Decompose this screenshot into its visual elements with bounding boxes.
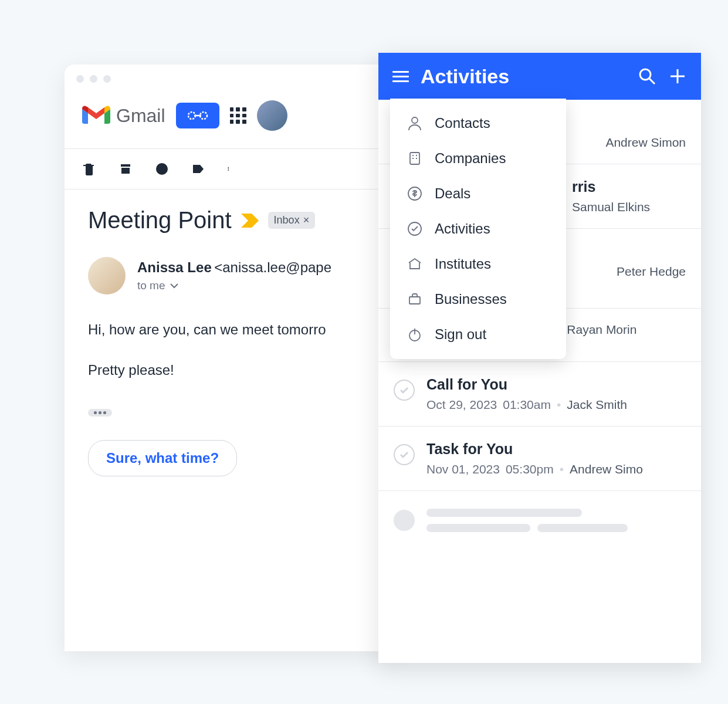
svg-point-6 (640, 69, 651, 80)
more-icon[interactable] (228, 162, 232, 176)
signout-icon (407, 326, 423, 343)
menu-item-businesses[interactable]: Businesses (390, 282, 566, 317)
menu-label: Deals (435, 185, 470, 202)
email-body: Hi, how are you, can we meet tomorro Pre… (88, 318, 375, 383)
gmail-window: Gmail Meeting Poin (65, 65, 399, 651)
gmail-logo[interactable]: Gmail (82, 105, 165, 127)
activities-panel: Activities Contacts Companies Deals Acti… (378, 53, 701, 663)
link-icon (186, 110, 209, 121)
search-icon[interactable] (638, 67, 656, 86)
activity-title: Call for You (426, 376, 686, 393)
window-close-dot[interactable] (76, 75, 84, 83)
chevron-down-icon[interactable] (170, 283, 178, 289)
email-toolbar (65, 149, 399, 189)
svg-point-3 (228, 167, 229, 168)
menu-label: Institutes (435, 256, 491, 272)
sender-email: <anissa.lee@pape (214, 259, 331, 275)
menu-item-activities[interactable]: Activities (390, 211, 566, 246)
email-content: Meeting Point Inbox × Anissa Lee <anissa… (65, 189, 399, 494)
activity-title: Task for You (426, 441, 686, 458)
svg-point-5 (228, 170, 229, 171)
inbox-chip[interactable]: Inbox × (268, 212, 316, 229)
delete-icon[interactable] (82, 162, 96, 176)
menu-item-deals[interactable]: Deals (390, 176, 566, 211)
window-maximize-dot[interactable] (103, 75, 111, 83)
important-marker-icon[interactable] (241, 214, 259, 228)
activity-person: Jack Smith (567, 398, 627, 412)
svg-rect-11 (410, 153, 419, 164)
activity-date: Nov 01, 2023 (426, 462, 500, 476)
chip-close-icon[interactable]: × (303, 214, 310, 226)
svg-line-7 (649, 79, 655, 84)
svg-rect-18 (409, 297, 420, 304)
activity-time: 05:30pm (506, 462, 554, 476)
integration-badge[interactable] (176, 103, 219, 128)
gmail-brand-text: Gmail (116, 105, 165, 127)
skeleton-line (537, 524, 628, 532)
body-line-2: Pretty please! (88, 358, 375, 383)
menu-label: Contacts (435, 115, 490, 131)
smart-reply-button[interactable]: Sure, what time? (88, 440, 237, 476)
gmail-icon (82, 105, 110, 126)
gmail-header: Gmail (65, 89, 399, 148)
nav-dropdown-menu: Contacts Companies Deals Activities Inst… (390, 99, 566, 359)
menu-item-companies[interactable]: Companies (390, 141, 566, 176)
hamburger-menu-icon[interactable] (392, 68, 409, 85)
inbox-chip-label: Inbox (274, 214, 300, 226)
businesses-icon (407, 291, 423, 307)
snooze-icon[interactable] (155, 162, 169, 176)
skeleton-line (426, 524, 530, 532)
menu-label: Companies (435, 150, 506, 167)
expand-trimmed-icon[interactable] (88, 409, 112, 417)
activity-check-icon[interactable] (394, 380, 415, 401)
activity-check-icon[interactable] (394, 444, 415, 465)
activity-title: rris (572, 178, 686, 195)
body-line-1: Hi, how are you, can we meet tomorro (88, 318, 375, 342)
svg-point-4 (228, 168, 229, 170)
activity-time: 01:30am (503, 398, 551, 412)
activities-icon (407, 221, 423, 237)
menu-item-contacts[interactable]: Contacts (390, 106, 566, 141)
menu-label: Activities (435, 221, 490, 237)
skeleton-row (378, 491, 701, 550)
sender-name: Anissa Lee (137, 259, 212, 275)
companies-icon (407, 150, 423, 167)
activities-header: Activities (378, 53, 701, 100)
window-controls (65, 65, 399, 89)
apps-grid-icon[interactable] (230, 107, 246, 124)
window-minimize-dot[interactable] (90, 75, 97, 83)
menu-label: Businesses (435, 291, 507, 307)
skeleton-avatar (394, 510, 415, 531)
add-icon[interactable] (668, 67, 687, 86)
sender-avatar[interactable] (88, 257, 126, 295)
email-subject: Meeting Point (88, 207, 232, 233)
activity-person: Samual Elkins (572, 200, 650, 214)
menu-label: Sign out (435, 326, 486, 343)
activity-person: Andrew Simo (570, 462, 643, 476)
activity-row[interactable]: Call for You Oct 29, 2023 01:30am • Jack… (378, 362, 701, 427)
label-icon[interactable] (191, 162, 205, 176)
user-avatar[interactable] (257, 100, 287, 131)
menu-item-signout[interactable]: Sign out (390, 317, 566, 352)
deals-icon (407, 185, 423, 202)
skeleton-line (426, 509, 582, 517)
recipient-label: to me (137, 279, 165, 292)
activity-row[interactable]: Task for You Nov 01, 2023 05:30pm • Andr… (378, 427, 701, 491)
panel-title: Activities (421, 65, 626, 88)
contacts-icon (407, 115, 423, 131)
activity-person: Andrew Simon (605, 136, 686, 150)
activity-person: Rayan Morin (567, 323, 636, 337)
archive-icon[interactable] (118, 162, 133, 176)
svg-point-10 (412, 117, 418, 123)
activity-date: Oct 29, 2023 (426, 398, 497, 412)
menu-item-institutes[interactable]: Institutes (390, 246, 566, 282)
activity-person: Peter Hedge (617, 265, 686, 279)
institutes-icon (407, 256, 423, 272)
